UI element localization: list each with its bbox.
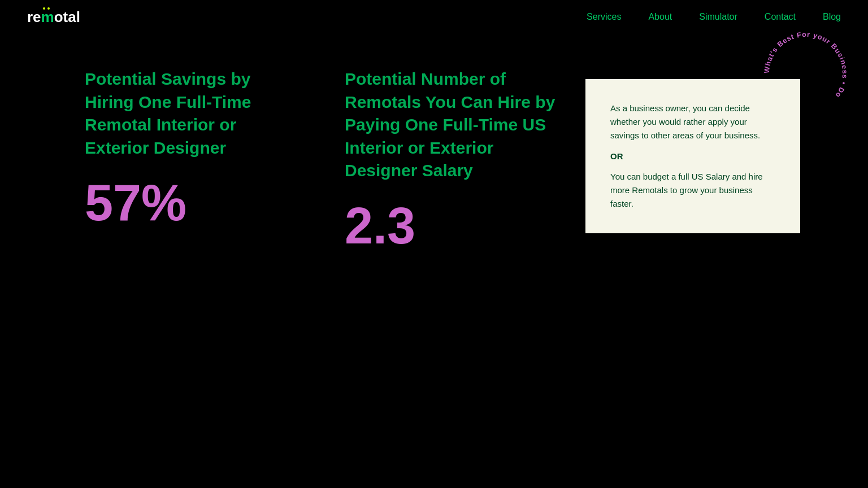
stat-block-1: Potential Savings by Hiring One Full-Tim… <box>85 68 300 228</box>
nav-simulator[interactable]: Simulator <box>699 12 737 21</box>
logo[interactable]: re m otal <box>27 8 80 26</box>
info-card-or: OR <box>610 151 775 161</box>
logo-otal: otal <box>54 8 80 26</box>
logo-re: re <box>27 8 41 26</box>
nav-links: Services About Simulator Contact Blog <box>587 12 841 22</box>
nav-contact[interactable]: Contact <box>765 12 796 21</box>
circular-badge: What's Best For your Business • Do <box>755 23 857 124</box>
svg-text:What's Best For your Business : What's Best For your Business • Do <box>763 30 849 99</box>
info-section: What's Best For your Business • Do As a … <box>518 68 868 233</box>
info-card-text1: As a business owner, you can decide whet… <box>610 102 775 142</box>
logo-dots <box>43 7 50 10</box>
info-card-text2: You can budget a full US Salary and hire… <box>610 170 775 211</box>
stat1-value: 57% <box>85 177 300 228</box>
logo-m: m <box>41 8 54 26</box>
logo-m-container: m <box>41 8 54 26</box>
nav-blog[interactable]: Blog <box>823 12 841 21</box>
nav-about[interactable]: About <box>648 12 672 21</box>
stat1-title: Potential Savings by Hiring One Full-Tim… <box>85 68 300 159</box>
navigation: re m otal Services About Simulator Conta… <box>0 0 868 34</box>
nav-services[interactable]: Services <box>587 12 621 21</box>
